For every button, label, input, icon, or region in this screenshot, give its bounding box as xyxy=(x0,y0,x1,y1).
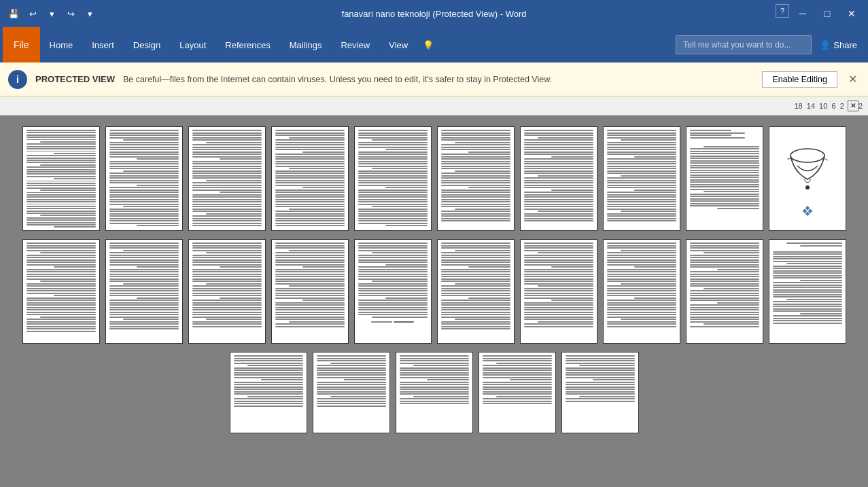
page-thumb-15[interactable] xyxy=(354,239,432,344)
page-thumb-4[interactable] xyxy=(271,126,349,231)
undo-button[interactable]: ↩ xyxy=(24,5,41,22)
tab-layout[interactable]: Layout xyxy=(170,27,215,62)
page-thumb-16[interactable] xyxy=(437,239,515,344)
restore-button[interactable]: □ xyxy=(816,4,838,23)
page-thumb-12[interactable] xyxy=(105,239,183,344)
page-thumb-3[interactable] xyxy=(188,126,266,231)
page-content-1 xyxy=(23,127,99,230)
customize-button[interactable]: ▾ xyxy=(82,5,98,22)
page-thumb-9[interactable] xyxy=(686,126,763,231)
protected-view-bar: i PROTECTED VIEW Be careful—files from t… xyxy=(0,62,868,96)
page-thumb-24[interactable] xyxy=(479,352,556,433)
svg-point-0 xyxy=(791,149,824,162)
tab-home[interactable]: Home xyxy=(40,27,83,62)
page-thumb-25[interactable] xyxy=(561,352,639,433)
undo-dropdown[interactable]: ▾ xyxy=(44,5,60,22)
ornament-symbol: ❖ xyxy=(801,203,814,219)
tab-references[interactable]: References xyxy=(215,27,279,62)
protected-view-label: PROTECTED VIEW xyxy=(35,74,115,84)
page-row-1: ❖ xyxy=(16,126,852,231)
page-thumb-8[interactable] xyxy=(603,126,680,231)
page-content-2 xyxy=(106,127,182,230)
page-thumb-5[interactable] xyxy=(354,126,432,231)
lightbulb-icon[interactable]: 💡 xyxy=(417,40,439,50)
tab-view[interactable]: View xyxy=(379,27,417,62)
minimize-button[interactable]: ─ xyxy=(792,4,814,23)
page-thumb-23[interactable] xyxy=(396,352,473,433)
close-button[interactable]: ✕ xyxy=(841,4,863,23)
page-thumb-13[interactable] xyxy=(188,239,266,344)
page-thumb-11[interactable] xyxy=(22,239,100,344)
ruler-numbers: 18 14 10 6 2 xyxy=(794,102,844,110)
window-title: fanavari nano teknoloji (Protected View)… xyxy=(342,9,527,19)
tab-review[interactable]: Review xyxy=(331,27,379,62)
enable-editing-button[interactable]: Enable Editing xyxy=(762,71,837,88)
share-button[interactable]: 👤 Share xyxy=(812,27,865,62)
calligraphy-svg xyxy=(780,139,835,193)
page-thumb-7[interactable] xyxy=(520,126,597,231)
page-thumb-18[interactable] xyxy=(603,239,680,344)
page-thumb-20[interactable] xyxy=(769,239,846,344)
page-thumb-1[interactable] xyxy=(22,126,100,231)
ribbon: File Home Insert Design Layout Reference… xyxy=(0,27,868,62)
save-button[interactable]: 💾 xyxy=(5,5,22,22)
title-bar: 💾 ↩ ▾ ↪ ▾ fanavari nano teknoloji (Prote… xyxy=(0,0,868,27)
window-controls: ? ─ □ ✕ xyxy=(776,4,863,23)
page-thumb-17[interactable] xyxy=(520,239,597,344)
page-thumb-19[interactable] xyxy=(686,239,763,344)
zoom-indicator: ✕2 xyxy=(846,101,863,111)
tab-design[interactable]: Design xyxy=(124,27,170,62)
tab-mailings[interactable]: Mailings xyxy=(280,27,332,62)
protected-view-close-button[interactable]: ✕ xyxy=(846,73,860,86)
page-thumb-22[interactable] xyxy=(313,352,390,433)
redo-button[interactable]: ↪ xyxy=(63,5,79,22)
document-area[interactable]: ❖ xyxy=(0,115,868,487)
protected-view-message: Be careful—files from the Internet can c… xyxy=(123,75,754,84)
page-thumb-21[interactable] xyxy=(230,352,307,433)
page-thumb-2[interactable] xyxy=(105,126,183,231)
page-thumb-6[interactable] xyxy=(437,126,515,231)
info-icon: i xyxy=(8,70,27,89)
svg-point-1 xyxy=(805,185,810,190)
share-icon: 👤 xyxy=(820,40,831,50)
search-input[interactable] xyxy=(676,35,812,54)
tab-insert[interactable]: Insert xyxy=(82,27,124,62)
page-thumb-14[interactable] xyxy=(271,239,349,344)
page-row-2 xyxy=(16,239,852,344)
file-tab[interactable]: File xyxy=(3,27,40,62)
ruler-area: 18 14 10 6 2 ✕2 xyxy=(0,96,868,115)
page-row-3 xyxy=(16,352,852,433)
question-icon[interactable]: ? xyxy=(776,4,789,18)
page-thumb-10[interactable]: ❖ xyxy=(769,126,846,231)
quick-access-toolbar: 💾 ↩ ▾ ↪ ▾ xyxy=(5,5,98,22)
